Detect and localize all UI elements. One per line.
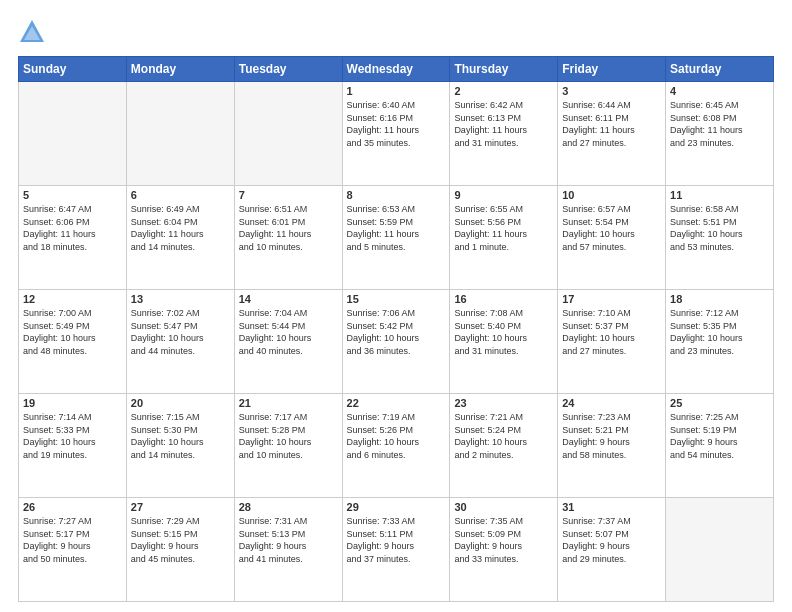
day-info: Sunrise: 7:00 AM Sunset: 5:49 PM Dayligh… bbox=[23, 307, 122, 357]
calendar-cell: 4Sunrise: 6:45 AM Sunset: 6:08 PM Daylig… bbox=[666, 82, 774, 186]
calendar-cell bbox=[126, 82, 234, 186]
day-info: Sunrise: 7:25 AM Sunset: 5:19 PM Dayligh… bbox=[670, 411, 769, 461]
calendar-cell: 14Sunrise: 7:04 AM Sunset: 5:44 PM Dayli… bbox=[234, 290, 342, 394]
logo bbox=[18, 18, 50, 46]
day-number: 13 bbox=[131, 293, 230, 305]
calendar-cell: 19Sunrise: 7:14 AM Sunset: 5:33 PM Dayli… bbox=[19, 394, 127, 498]
calendar-cell: 12Sunrise: 7:00 AM Sunset: 5:49 PM Dayli… bbox=[19, 290, 127, 394]
calendar-week-row-5: 26Sunrise: 7:27 AM Sunset: 5:17 PM Dayli… bbox=[19, 498, 774, 602]
day-number: 14 bbox=[239, 293, 338, 305]
day-info: Sunrise: 7:23 AM Sunset: 5:21 PM Dayligh… bbox=[562, 411, 661, 461]
day-number: 2 bbox=[454, 85, 553, 97]
calendar-week-row-3: 12Sunrise: 7:00 AM Sunset: 5:49 PM Dayli… bbox=[19, 290, 774, 394]
day-number: 19 bbox=[23, 397, 122, 409]
calendar-week-row-4: 19Sunrise: 7:14 AM Sunset: 5:33 PM Dayli… bbox=[19, 394, 774, 498]
day-number: 11 bbox=[670, 189, 769, 201]
day-number: 12 bbox=[23, 293, 122, 305]
day-info: Sunrise: 7:17 AM Sunset: 5:28 PM Dayligh… bbox=[239, 411, 338, 461]
weekday-header-thursday: Thursday bbox=[450, 57, 558, 82]
day-number: 20 bbox=[131, 397, 230, 409]
calendar-cell: 18Sunrise: 7:12 AM Sunset: 5:35 PM Dayli… bbox=[666, 290, 774, 394]
calendar-cell: 8Sunrise: 6:53 AM Sunset: 5:59 PM Daylig… bbox=[342, 186, 450, 290]
day-number: 27 bbox=[131, 501, 230, 513]
weekday-header-friday: Friday bbox=[558, 57, 666, 82]
calendar-cell: 7Sunrise: 6:51 AM Sunset: 6:01 PM Daylig… bbox=[234, 186, 342, 290]
calendar-cell: 23Sunrise: 7:21 AM Sunset: 5:24 PM Dayli… bbox=[450, 394, 558, 498]
day-info: Sunrise: 7:37 AM Sunset: 5:07 PM Dayligh… bbox=[562, 515, 661, 565]
weekday-header-wednesday: Wednesday bbox=[342, 57, 450, 82]
day-info: Sunrise: 6:45 AM Sunset: 6:08 PM Dayligh… bbox=[670, 99, 769, 149]
day-number: 5 bbox=[23, 189, 122, 201]
day-number: 21 bbox=[239, 397, 338, 409]
day-info: Sunrise: 6:42 AM Sunset: 6:13 PM Dayligh… bbox=[454, 99, 553, 149]
day-info: Sunrise: 7:10 AM Sunset: 5:37 PM Dayligh… bbox=[562, 307, 661, 357]
calendar-cell: 31Sunrise: 7:37 AM Sunset: 5:07 PM Dayli… bbox=[558, 498, 666, 602]
calendar-cell: 29Sunrise: 7:33 AM Sunset: 5:11 PM Dayli… bbox=[342, 498, 450, 602]
calendar-cell: 9Sunrise: 6:55 AM Sunset: 5:56 PM Daylig… bbox=[450, 186, 558, 290]
calendar-cell: 2Sunrise: 6:42 AM Sunset: 6:13 PM Daylig… bbox=[450, 82, 558, 186]
day-info: Sunrise: 7:31 AM Sunset: 5:13 PM Dayligh… bbox=[239, 515, 338, 565]
day-info: Sunrise: 7:21 AM Sunset: 5:24 PM Dayligh… bbox=[454, 411, 553, 461]
calendar-cell: 10Sunrise: 6:57 AM Sunset: 5:54 PM Dayli… bbox=[558, 186, 666, 290]
day-number: 10 bbox=[562, 189, 661, 201]
day-number: 9 bbox=[454, 189, 553, 201]
weekday-header-monday: Monday bbox=[126, 57, 234, 82]
day-number: 28 bbox=[239, 501, 338, 513]
day-number: 7 bbox=[239, 189, 338, 201]
day-info: Sunrise: 7:02 AM Sunset: 5:47 PM Dayligh… bbox=[131, 307, 230, 357]
day-number: 4 bbox=[670, 85, 769, 97]
calendar-cell: 22Sunrise: 7:19 AM Sunset: 5:26 PM Dayli… bbox=[342, 394, 450, 498]
day-info: Sunrise: 6:57 AM Sunset: 5:54 PM Dayligh… bbox=[562, 203, 661, 253]
logo-icon bbox=[18, 18, 46, 46]
day-info: Sunrise: 6:40 AM Sunset: 6:16 PM Dayligh… bbox=[347, 99, 446, 149]
calendar-cell: 13Sunrise: 7:02 AM Sunset: 5:47 PM Dayli… bbox=[126, 290, 234, 394]
day-number: 16 bbox=[454, 293, 553, 305]
day-number: 6 bbox=[131, 189, 230, 201]
day-number: 3 bbox=[562, 85, 661, 97]
day-number: 30 bbox=[454, 501, 553, 513]
calendar-cell: 1Sunrise: 6:40 AM Sunset: 6:16 PM Daylig… bbox=[342, 82, 450, 186]
calendar-cell: 21Sunrise: 7:17 AM Sunset: 5:28 PM Dayli… bbox=[234, 394, 342, 498]
day-info: Sunrise: 6:47 AM Sunset: 6:06 PM Dayligh… bbox=[23, 203, 122, 253]
calendar-week-row-1: 1Sunrise: 6:40 AM Sunset: 6:16 PM Daylig… bbox=[19, 82, 774, 186]
day-number: 26 bbox=[23, 501, 122, 513]
calendar-week-row-2: 5Sunrise: 6:47 AM Sunset: 6:06 PM Daylig… bbox=[19, 186, 774, 290]
day-info: Sunrise: 7:14 AM Sunset: 5:33 PM Dayligh… bbox=[23, 411, 122, 461]
calendar-cell: 30Sunrise: 7:35 AM Sunset: 5:09 PM Dayli… bbox=[450, 498, 558, 602]
day-info: Sunrise: 6:55 AM Sunset: 5:56 PM Dayligh… bbox=[454, 203, 553, 253]
calendar-cell: 6Sunrise: 6:49 AM Sunset: 6:04 PM Daylig… bbox=[126, 186, 234, 290]
day-info: Sunrise: 6:53 AM Sunset: 5:59 PM Dayligh… bbox=[347, 203, 446, 253]
day-info: Sunrise: 7:29 AM Sunset: 5:15 PM Dayligh… bbox=[131, 515, 230, 565]
day-number: 17 bbox=[562, 293, 661, 305]
day-info: Sunrise: 7:19 AM Sunset: 5:26 PM Dayligh… bbox=[347, 411, 446, 461]
day-info: Sunrise: 6:58 AM Sunset: 5:51 PM Dayligh… bbox=[670, 203, 769, 253]
day-info: Sunrise: 7:15 AM Sunset: 5:30 PM Dayligh… bbox=[131, 411, 230, 461]
calendar-cell: 25Sunrise: 7:25 AM Sunset: 5:19 PM Dayli… bbox=[666, 394, 774, 498]
day-info: Sunrise: 7:12 AM Sunset: 5:35 PM Dayligh… bbox=[670, 307, 769, 357]
day-number: 15 bbox=[347, 293, 446, 305]
calendar-cell: 16Sunrise: 7:08 AM Sunset: 5:40 PM Dayli… bbox=[450, 290, 558, 394]
calendar-cell: 24Sunrise: 7:23 AM Sunset: 5:21 PM Dayli… bbox=[558, 394, 666, 498]
day-number: 29 bbox=[347, 501, 446, 513]
day-number: 8 bbox=[347, 189, 446, 201]
calendar-cell bbox=[666, 498, 774, 602]
day-number: 1 bbox=[347, 85, 446, 97]
calendar-cell: 26Sunrise: 7:27 AM Sunset: 5:17 PM Dayli… bbox=[19, 498, 127, 602]
day-number: 22 bbox=[347, 397, 446, 409]
day-info: Sunrise: 7:35 AM Sunset: 5:09 PM Dayligh… bbox=[454, 515, 553, 565]
weekday-header-row: SundayMondayTuesdayWednesdayThursdayFrid… bbox=[19, 57, 774, 82]
day-number: 25 bbox=[670, 397, 769, 409]
weekday-header-sunday: Sunday bbox=[19, 57, 127, 82]
day-info: Sunrise: 6:49 AM Sunset: 6:04 PM Dayligh… bbox=[131, 203, 230, 253]
calendar-cell: 5Sunrise: 6:47 AM Sunset: 6:06 PM Daylig… bbox=[19, 186, 127, 290]
weekday-header-saturday: Saturday bbox=[666, 57, 774, 82]
header bbox=[18, 18, 774, 46]
calendar-cell: 3Sunrise: 6:44 AM Sunset: 6:11 PM Daylig… bbox=[558, 82, 666, 186]
day-info: Sunrise: 7:33 AM Sunset: 5:11 PM Dayligh… bbox=[347, 515, 446, 565]
day-number: 23 bbox=[454, 397, 553, 409]
calendar-cell bbox=[234, 82, 342, 186]
calendar-cell bbox=[19, 82, 127, 186]
calendar-cell: 11Sunrise: 6:58 AM Sunset: 5:51 PM Dayli… bbox=[666, 186, 774, 290]
day-info: Sunrise: 7:27 AM Sunset: 5:17 PM Dayligh… bbox=[23, 515, 122, 565]
calendar-cell: 20Sunrise: 7:15 AM Sunset: 5:30 PM Dayli… bbox=[126, 394, 234, 498]
